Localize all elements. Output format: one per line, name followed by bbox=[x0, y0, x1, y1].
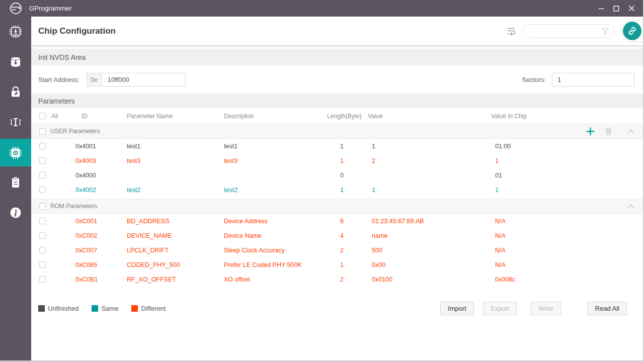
param-value-in-chip: N/A bbox=[491, 261, 635, 268]
param-value-in-chip: 1 bbox=[491, 157, 635, 164]
param-description: Device Address bbox=[224, 218, 327, 225]
header-gap bbox=[31, 45, 643, 49]
sidebar-item-chip-configuration[interactable] bbox=[0, 139, 31, 166]
parameter-row[interactable]: 0x4001test1test11101:00 bbox=[31, 139, 643, 153]
page-header: Chip Configuration bbox=[31, 17, 643, 45]
row-checkbox[interactable] bbox=[39, 128, 46, 135]
param-length: 6 bbox=[327, 218, 368, 225]
param-id: 0x4003 bbox=[75, 157, 127, 164]
param-name: LPCLK_DRIFT bbox=[127, 247, 224, 254]
param-description: test3 bbox=[224, 157, 327, 164]
parameter-row[interactable]: 0xC085CODED_PHY_500Prefer LE Coded PHY 5… bbox=[31, 257, 643, 272]
param-description: Sleep Clock Accuracy bbox=[224, 247, 327, 254]
legend-item-unfinished: Unfinished bbox=[38, 305, 78, 312]
param-name: test2 bbox=[127, 187, 224, 194]
param-length: 1 bbox=[327, 143, 368, 150]
search-input[interactable] bbox=[529, 28, 602, 35]
titlebar: GProgrammer bbox=[0, 0, 643, 17]
row-checkbox[interactable] bbox=[39, 276, 46, 283]
param-value-in-chip: N/A bbox=[491, 218, 635, 225]
minimize-button[interactable] bbox=[594, 0, 609, 17]
goodix-logo-icon bbox=[9, 2, 23, 15]
select-all-checkbox[interactable] bbox=[39, 113, 46, 119]
sidebar-item-device-log[interactable] bbox=[0, 167, 31, 198]
column-value-in-chip: Value In Chip bbox=[491, 113, 635, 120]
read-all-button[interactable]: Read All bbox=[588, 302, 627, 315]
collapse-group-button[interactable] bbox=[627, 129, 635, 134]
reset-layout-icon[interactable] bbox=[507, 27, 517, 36]
app-title: GProgrammer bbox=[29, 5, 72, 12]
row-checkbox[interactable] bbox=[39, 261, 46, 268]
legend-item-same: Same bbox=[92, 305, 118, 312]
param-id: 0x4001 bbox=[75, 143, 127, 150]
sidebar-item-flash[interactable] bbox=[0, 47, 31, 77]
parameter-row[interactable]: 0xC0B1RF_XO_OFFSETXO offset20x01000x008c bbox=[31, 272, 643, 287]
parameter-row[interactable]: 0x4003test3test3121 bbox=[31, 153, 643, 168]
write-button: Write bbox=[530, 302, 560, 315]
sidebar-item-efuse[interactable] bbox=[0, 107, 31, 137]
group-label: USER Parameters bbox=[50, 128, 327, 135]
parameter-row[interactable]: 0xC002DEVICE_NAMEDevice Name4nameN/A bbox=[31, 228, 643, 243]
table-header: All ID Parameter Name Description Length… bbox=[31, 108, 643, 124]
init-nvds-section-bar: Init NVDS Area bbox=[31, 49, 643, 65]
sectors-input[interactable] bbox=[552, 73, 634, 86]
connect-button[interactable] bbox=[623, 22, 641, 40]
param-id: 0x4002 bbox=[75, 187, 127, 194]
param-length: 2 bbox=[327, 276, 368, 283]
param-description: test2 bbox=[224, 187, 327, 194]
init-nvds-section-title: Init NVDS Area bbox=[38, 53, 86, 61]
close-button[interactable] bbox=[624, 0, 639, 17]
sidebar-item-encrypt-sign[interactable] bbox=[0, 77, 31, 107]
param-value: 2 bbox=[368, 157, 491, 164]
param-value: 0x00 bbox=[368, 261, 491, 268]
row-checkbox[interactable] bbox=[39, 172, 46, 178]
parameter-row[interactable]: 0xC007LPCLK_DRIFTSleep Clock Accuracy250… bbox=[31, 243, 643, 257]
parameter-row[interactable]: 0xC001BD_ADDRESSDevice Address601:23:45:… bbox=[31, 214, 643, 228]
row-checkbox[interactable] bbox=[39, 187, 46, 193]
sidebar-item-about[interactable] bbox=[0, 198, 31, 228]
param-value: 0x0100 bbox=[368, 276, 491, 283]
param-length: 4 bbox=[327, 232, 368, 239]
parameters-section-bar: Parameters bbox=[31, 94, 643, 108]
legend-color-swatch bbox=[131, 305, 138, 312]
sidebar-item-firmware[interactable] bbox=[0, 17, 31, 47]
group-label: ROM Parameters bbox=[50, 203, 327, 210]
parameter-row[interactable]: 0x4002test2test2111 bbox=[31, 183, 643, 197]
sidebar bbox=[0, 17, 31, 360]
start-address-input[interactable] bbox=[101, 73, 186, 86]
row-checkbox[interactable] bbox=[39, 143, 46, 149]
chip-configuration-icon bbox=[8, 145, 23, 160]
param-description: XO offset bbox=[224, 276, 327, 283]
flash-icon bbox=[9, 55, 23, 69]
row-checkbox[interactable] bbox=[39, 157, 46, 164]
start-address-row: Start Address: 0x Sectors: bbox=[31, 65, 643, 94]
column-all: All bbox=[50, 113, 75, 120]
parameter-row[interactable]: 0x4000001 bbox=[31, 168, 643, 183]
param-id: 0xC002 bbox=[75, 232, 127, 239]
row-checkbox[interactable] bbox=[39, 247, 46, 253]
hex-prefix: 0x bbox=[87, 73, 102, 86]
row-checkbox[interactable] bbox=[39, 218, 46, 224]
param-name: DEVICE_NAME bbox=[127, 232, 224, 239]
param-description: test1 bbox=[224, 143, 327, 150]
row-checkbox[interactable] bbox=[39, 203, 46, 210]
param-length: 0 bbox=[327, 172, 368, 179]
add-parameter-button[interactable] bbox=[586, 127, 595, 136]
row-checkbox[interactable] bbox=[39, 232, 46, 239]
parameter-group: USER Parameters0x4001test1test11101:000x… bbox=[31, 124, 643, 197]
param-name: CODED_PHY_500 bbox=[127, 261, 224, 268]
delete-parameter-button[interactable] bbox=[605, 127, 612, 135]
import-button[interactable]: Import bbox=[440, 302, 474, 315]
group-header: ROM Parameters bbox=[31, 199, 643, 214]
param-id: 0xC001 bbox=[75, 218, 127, 225]
about-icon bbox=[9, 206, 22, 219]
maximize-button[interactable] bbox=[609, 0, 624, 17]
legend: UnfinishedSameDifferent bbox=[38, 305, 166, 312]
param-length: 1 bbox=[327, 157, 368, 164]
param-id: 0xC0B1 bbox=[75, 276, 127, 283]
collapse-group-button[interactable] bbox=[627, 204, 635, 209]
parameter-group: ROM Parameters0xC001BD_ADDRESSDevice Add… bbox=[31, 199, 643, 287]
param-name: RF_XO_OFFSET bbox=[127, 276, 224, 283]
search-box bbox=[523, 24, 615, 38]
encrypt-sign-icon bbox=[9, 85, 22, 99]
